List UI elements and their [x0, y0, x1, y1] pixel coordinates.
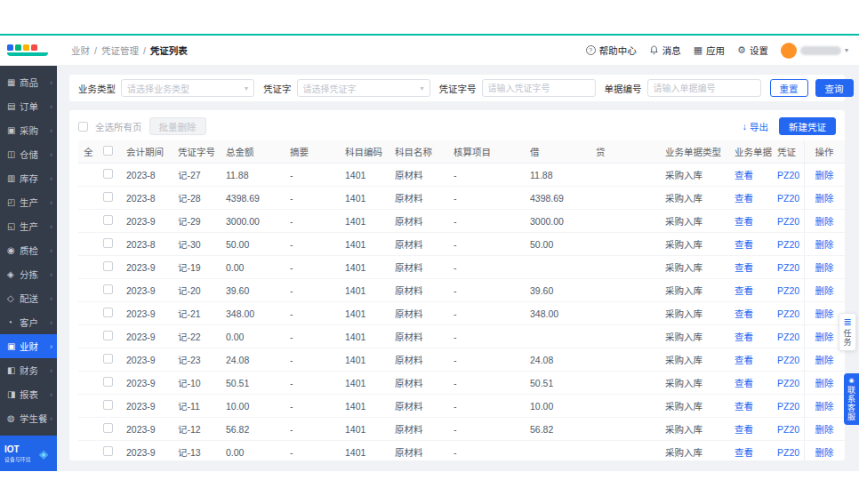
view-document-link[interactable]: 查看: [735, 193, 753, 204]
sidebar-item-1[interactable]: ▤订单›: [0, 94, 57, 118]
delete-link[interactable]: 删除: [815, 170, 834, 180]
view-document-link[interactable]: 查看: [735, 239, 753, 250]
row-checkbox[interactable]: [103, 192, 113, 202]
sidebar-item-2[interactable]: ▣采购›: [0, 118, 57, 142]
sidebar-item-11[interactable]: ▣业财›: [0, 334, 57, 358]
sidebar-item-8[interactable]: ◈分拣›: [0, 262, 57, 286]
view-document-link[interactable]: 查看: [735, 378, 753, 388]
voucher-link[interactable]: PZ20: [777, 262, 799, 273]
view-document-link[interactable]: 查看: [735, 355, 753, 365]
row-checkbox[interactable]: [103, 400, 113, 410]
apps-button[interactable]: ▦ 应用: [694, 44, 725, 57]
delete-link[interactable]: 删除: [815, 424, 834, 435]
cell-item: -: [448, 210, 525, 233]
batch-delete-button[interactable]: 批量删除: [149, 117, 206, 135]
row-checkbox[interactable]: [103, 423, 113, 433]
sidebar-item-10[interactable]: ◔客户›: [0, 310, 57, 334]
sidebar-item-14[interactable]: ◍学生餐›: [0, 406, 57, 430]
voucher-link[interactable]: PZ20: [777, 332, 799, 342]
row-checkbox[interactable]: [103, 284, 113, 294]
row-checkbox[interactable]: [103, 238, 113, 248]
contact-support-button[interactable]: ◉ 联系客服: [844, 373, 859, 425]
cell-amount: 0.00: [221, 256, 285, 279]
table-row: 2023-9记-1050.51-1401原材料-50.51采购入库查看PZ20删…: [78, 372, 845, 395]
view-document-link[interactable]: 查看: [735, 262, 753, 273]
select-all-pages-checkbox[interactable]: [78, 122, 88, 132]
delete-link[interactable]: 删除: [815, 308, 834, 319]
export-button[interactable]: ↓ 导出: [743, 120, 768, 133]
sidebar-item-9[interactable]: ◇配送›: [0, 286, 57, 310]
select-all-checkbox[interactable]: [103, 146, 113, 156]
view-document-link[interactable]: 查看: [735, 170, 753, 180]
row-checkbox[interactable]: [103, 215, 113, 225]
sidebar-item-3[interactable]: ◫仓储›: [0, 142, 57, 166]
sidebar-item-7[interactable]: ◉质检›: [0, 238, 57, 262]
logo-tile-green: [15, 44, 21, 51]
view-document-link[interactable]: 查看: [735, 308, 753, 319]
voucher-link[interactable]: PZ20: [777, 355, 799, 365]
delete-link[interactable]: 删除: [815, 285, 834, 296]
row-checkbox[interactable]: [103, 331, 113, 340]
view-document-link[interactable]: 查看: [735, 401, 753, 412]
col-header-11: 凭证: [772, 140, 804, 164]
delete-link[interactable]: 删除: [815, 216, 834, 227]
row-checkbox[interactable]: [103, 169, 113, 179]
breadcrumb-item[interactable]: 业财: [71, 44, 90, 57]
reset-button[interactable]: 重置: [770, 79, 808, 97]
cell-summary: -: [285, 418, 340, 441]
voucher-link[interactable]: PZ20: [777, 378, 799, 388]
view-document-link[interactable]: 查看: [735, 216, 753, 227]
breadcrumb-item[interactable]: 凭证管理: [101, 44, 139, 57]
task-float-button[interactable]: ≣ 任务: [839, 313, 856, 351]
delete-link[interactable]: 删除: [815, 355, 834, 365]
voucher-link[interactable]: PZ20: [777, 447, 799, 458]
row-checkbox[interactable]: [103, 377, 113, 387]
voucher-link[interactable]: PZ20: [777, 170, 799, 180]
business-type-select[interactable]: 请选择业务类型 ▾: [121, 79, 254, 97]
settings-button[interactable]: ⚙ 设置: [737, 44, 768, 57]
view-document-link[interactable]: 查看: [735, 285, 753, 296]
row-checkbox[interactable]: [103, 354, 113, 364]
delete-link[interactable]: 删除: [815, 378, 834, 388]
help-center-button[interactable]: ? 帮助中心: [586, 44, 637, 57]
voucher-no-input[interactable]: [482, 79, 596, 97]
view-document-link[interactable]: 查看: [735, 447, 753, 458]
view-document-link[interactable]: 查看: [735, 424, 753, 435]
chevron-down-icon: ▾: [845, 46, 848, 54]
view-document-link[interactable]: 查看: [735, 332, 753, 342]
voucher-link[interactable]: PZ20: [777, 401, 799, 412]
cell-item: -: [448, 164, 525, 187]
row-checkbox[interactable]: [103, 446, 113, 456]
voucher-link[interactable]: PZ20: [777, 308, 799, 319]
delete-link[interactable]: 删除: [815, 239, 834, 250]
voucher-word-select[interactable]: 请选择凭证字 ▾: [297, 79, 430, 97]
voucher-link[interactable]: PZ20: [777, 239, 799, 250]
delete-link[interactable]: 删除: [815, 262, 834, 273]
delete-link[interactable]: 删除: [815, 447, 834, 458]
sidebar-item-label: 质检: [20, 244, 50, 257]
sidebar-item-13[interactable]: ◨报表›: [0, 382, 57, 406]
sidebar-item-0[interactable]: ▦商品›: [0, 70, 57, 94]
voucher-link[interactable]: PZ20: [777, 216, 799, 227]
sidebar-item-12[interactable]: ◧财务›: [0, 358, 57, 382]
row-checkbox[interactable]: [103, 308, 113, 317]
cell-debit: 39.60: [525, 279, 590, 302]
delete-link[interactable]: 删除: [815, 401, 834, 412]
sidebar-item-6[interactable]: ◱生产›: [0, 214, 57, 238]
voucher-link[interactable]: PZ20: [777, 424, 799, 435]
cell-credit: [590, 418, 660, 441]
row-checkbox[interactable]: [103, 261, 113, 271]
sidebar-item-5[interactable]: ◰生产›: [0, 190, 57, 214]
doc-no-input[interactable]: [647, 79, 761, 97]
sidebar-item-4[interactable]: ▥库存›: [0, 166, 57, 190]
voucher-link[interactable]: PZ20: [777, 193, 799, 204]
gear-icon: ⚙: [737, 45, 746, 55]
user-menu[interactable]: ▾: [781, 43, 848, 59]
delete-link[interactable]: 删除: [815, 193, 834, 204]
messages-button[interactable]: 消息: [649, 44, 681, 57]
search-button[interactable]: 查询: [815, 79, 854, 97]
cell-code: 1401: [340, 348, 389, 372]
delete-link[interactable]: 删除: [815, 332, 834, 342]
voucher-link[interactable]: PZ20: [777, 285, 799, 296]
new-voucher-button[interactable]: 新建凭证: [779, 117, 836, 135]
